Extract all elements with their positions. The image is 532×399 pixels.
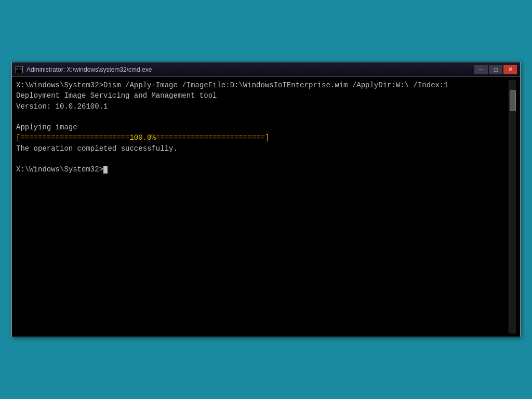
title-bar: Administrator: X:\windows\system32\cmd.e… xyxy=(12,62,520,77)
output-line1: Deployment Image Servicing and Managemen… xyxy=(16,91,217,100)
cmd-window-icon xyxy=(15,65,23,74)
title-bar-left: Administrator: X:\windows\system32\cmd.e… xyxy=(15,65,152,74)
console-content[interactable]: X:\Windows\System32>Dism /Apply-Image /I… xyxy=(16,80,509,334)
console-output: X:\Windows\System32>Dism /Apply-Image /I… xyxy=(16,80,509,175)
output-line2: Version: 10.0.26100.1 xyxy=(16,102,108,111)
window-controls: ─ □ ✕ xyxy=(474,65,517,74)
console-area: X:\Windows\System32>Dism /Apply-Image /I… xyxy=(12,77,520,337)
progress-bar: [=========================100.0%========… xyxy=(16,134,269,142)
window-title: Administrator: X:\windows\system32\cmd.e… xyxy=(26,66,152,73)
cursor xyxy=(103,166,108,174)
minimize-button[interactable]: ─ xyxy=(474,65,488,74)
maximize-button[interactable]: □ xyxy=(489,65,502,74)
success-message: The operation completed successfully. xyxy=(16,144,178,153)
output-line4: Applying image xyxy=(16,123,77,131)
close-button[interactable]: ✕ xyxy=(503,65,517,74)
final-prompt: X:\Windows\System32> xyxy=(16,165,103,174)
scrollbar-thumb[interactable] xyxy=(510,90,516,111)
scrollbar[interactable] xyxy=(509,80,516,334)
cmd-icon xyxy=(16,66,23,73)
command-line: X:\Windows\System32>Dism /Apply-Image /I… xyxy=(16,81,448,89)
cmd-window: Administrator: X:\windows\system32\cmd.e… xyxy=(11,62,521,337)
